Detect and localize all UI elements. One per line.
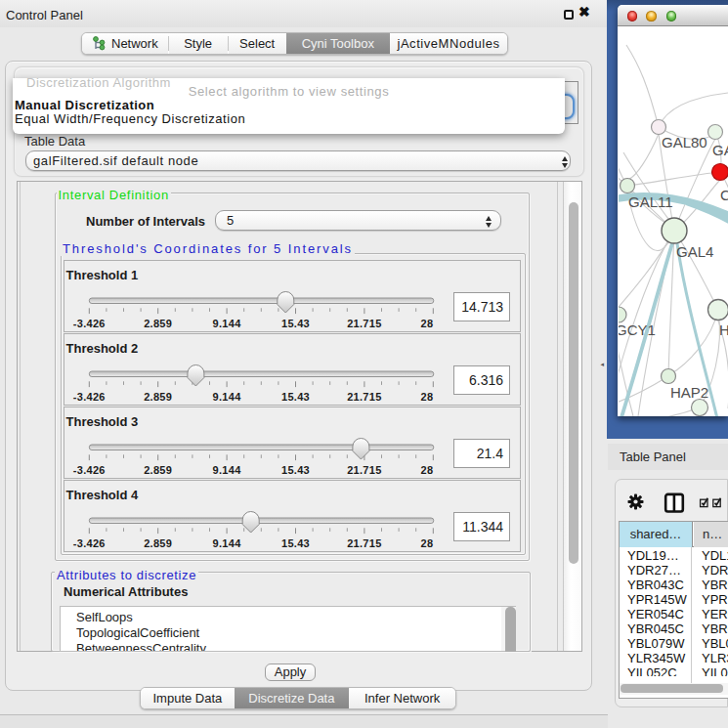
svg-text:28: 28 (421, 537, 434, 549)
svg-text:21.715: 21.715 (347, 464, 381, 476)
svg-text:28: 28 (421, 391, 434, 403)
svg-text:-3.426: -3.426 (73, 391, 106, 403)
svg-text:-3.426: -3.426 (73, 318, 106, 329)
svg-text:GCY1: GCY1 (619, 321, 656, 338)
svg-text:C: C (720, 187, 728, 203)
svg-text:-3.426: -3.426 (73, 537, 106, 549)
svg-text:2.859: 2.859 (144, 318, 172, 329)
svg-text:9.144: 9.144 (213, 318, 242, 329)
svg-text:15.43: 15.43 (281, 537, 310, 549)
svg-text:-3.426: -3.426 (73, 464, 106, 476)
svg-text:GAL80: GAL80 (662, 134, 707, 150)
svg-text:15.43: 15.43 (281, 391, 310, 403)
svg-text:2.859: 2.859 (144, 464, 172, 476)
svg-text:21.715: 21.715 (347, 537, 381, 549)
svg-text:21.715: 21.715 (347, 391, 381, 403)
svg-text:9.144: 9.144 (213, 391, 242, 403)
svg-text:28: 28 (421, 318, 434, 329)
svg-text:9.144: 9.144 (213, 537, 242, 549)
svg-text:9.144: 9.144 (213, 464, 242, 476)
svg-text:21.715: 21.715 (347, 318, 381, 329)
svg-text:HAP2: HAP2 (670, 384, 708, 401)
svg-text:2.859: 2.859 (144, 391, 172, 403)
svg-text:H: H (719, 321, 728, 338)
svg-text:15.43: 15.43 (281, 318, 310, 329)
svg-text:GAL11: GAL11 (628, 193, 673, 210)
svg-text:GA: GA (712, 142, 728, 158)
svg-text:2.859: 2.859 (144, 537, 172, 549)
svg-text:GAL4: GAL4 (676, 243, 713, 260)
svg-text:28: 28 (421, 464, 434, 476)
svg-text:15.43: 15.43 (281, 464, 310, 476)
